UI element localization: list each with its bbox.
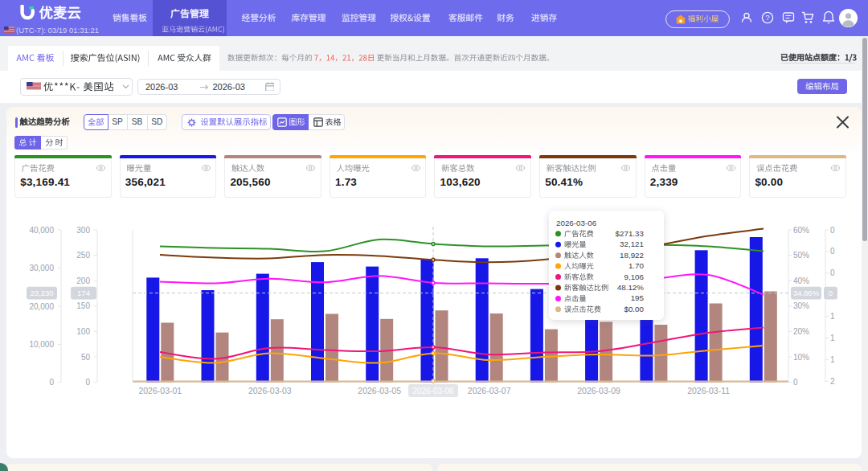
svg-text:40%: 40%	[793, 276, 809, 285]
svg-text:1: 1	[830, 334, 835, 342]
svg-text:20%: 20%	[793, 327, 809, 336]
svg-text:34.86%: 34.86%	[793, 289, 820, 297]
svg-text:174: 174	[77, 289, 90, 297]
svg-text:30,000: 30,000	[29, 264, 54, 272]
svg-text:10,000: 10,000	[29, 340, 54, 349]
svg-text:1: 1	[830, 355, 835, 364]
svg-text:2026-03-03: 2026-03-03	[248, 386, 292, 395]
svg-text:0: 0	[830, 226, 835, 235]
svg-text:50: 50	[81, 353, 91, 362]
svg-text:250: 250	[76, 251, 90, 260]
svg-text:0: 0	[85, 378, 90, 387]
svg-text:30%: 30%	[793, 301, 809, 310]
svg-text:23,230: 23,230	[30, 289, 53, 297]
svg-text:0: 0	[830, 268, 835, 277]
svg-text:20,000: 20,000	[29, 302, 54, 311]
svg-text:0: 0	[49, 378, 54, 387]
svg-text:50%: 50%	[793, 251, 809, 260]
svg-text:40,000: 40,000	[29, 226, 54, 235]
svg-text:0: 0	[829, 289, 833, 297]
svg-text:0: 0	[793, 378, 798, 387]
svg-text:2026-03-01: 2026-03-01	[138, 386, 182, 395]
svg-text:100: 100	[76, 327, 90, 336]
svg-text:?: ?	[765, 13, 769, 22]
svg-text:2: 2	[830, 377, 835, 386]
svg-text:2026-03-09: 2026-03-09	[577, 386, 620, 395]
svg-text:0: 0	[830, 247, 835, 256]
svg-text:2026-03-05: 2026-03-05	[358, 386, 401, 395]
svg-text:150: 150	[76, 301, 90, 310]
svg-text:10%: 10%	[793, 353, 809, 362]
svg-text:2026-03-07: 2026-03-07	[468, 386, 511, 395]
svg-text:2026-03-06: 2026-03-06	[412, 387, 454, 395]
svg-text:60%: 60%	[793, 226, 809, 235]
svg-text:1: 1	[830, 312, 835, 321]
svg-text:200: 200	[76, 276, 90, 285]
svg-text:2026-03-11: 2026-03-11	[687, 386, 730, 395]
svg-text:300: 300	[76, 226, 90, 235]
